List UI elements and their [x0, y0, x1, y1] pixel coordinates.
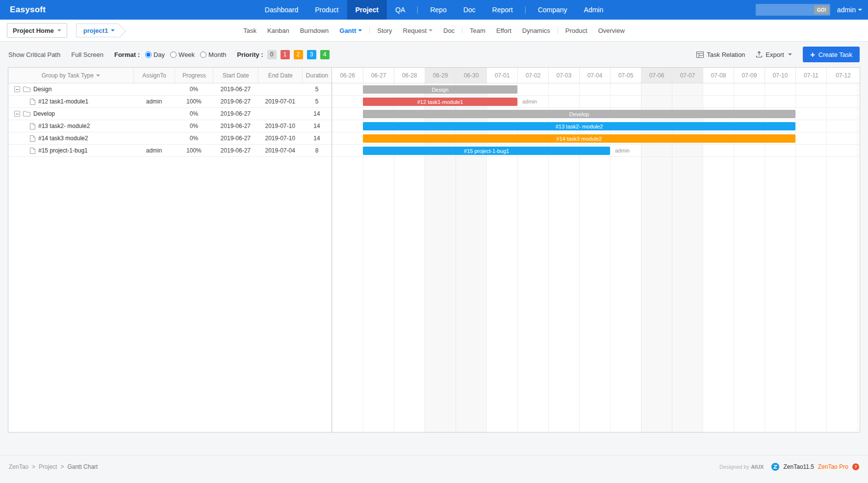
tab-doc[interactable]: Doc: [438, 20, 460, 41]
gantt-bar-assignee: admin: [522, 96, 537, 108]
format-group: Format : Day Week Month: [114, 51, 226, 58]
format-day-label: Day: [153, 51, 165, 58]
tab-story[interactable]: Story: [372, 20, 397, 41]
timeline-date: 07-02: [517, 68, 548, 83]
footer-link-project[interactable]: Project: [39, 463, 57, 470]
task-name: #12 task1-module1: [38, 98, 88, 105]
gantt-bar-develop[interactable]: Develop: [363, 110, 795, 118]
format-week-option[interactable]: Week: [170, 51, 195, 58]
end-date-cell: 2019-07-10: [258, 132, 302, 144]
nav-repo[interactable]: Repo: [422, 0, 455, 20]
priority-4-badge[interactable]: 4: [320, 50, 330, 59]
nav-report[interactable]: Report: [484, 0, 521, 20]
collapse-icon[interactable]: [14, 86, 20, 92]
tab-product[interactable]: Product: [560, 20, 593, 41]
priority-2-badge[interactable]: 2: [294, 50, 303, 59]
main-menu: Dashboard Product Project QA Repo Doc Re…: [256, 0, 612, 20]
format-day-option[interactable]: Day: [145, 51, 165, 58]
priority-label: Priority :: [237, 51, 263, 58]
format-day-radio[interactable]: [145, 51, 152, 58]
gantt-bar-label: #13 task2- module2: [556, 124, 603, 129]
plus-icon: +: [810, 51, 815, 59]
footer-link-zentao[interactable]: ZenTao: [9, 463, 28, 470]
tab-overview[interactable]: Overview: [593, 20, 630, 41]
column-group-by[interactable]: Group by Task Type: [8, 68, 133, 83]
assignto-cell: [133, 132, 175, 144]
table-row-design[interactable]: Design 0% 2019-06-27 5: [8, 83, 332, 96]
format-week-radio[interactable]: [170, 51, 177, 58]
tab-gantt[interactable]: Gantt: [334, 20, 367, 41]
brand-logo[interactable]: Easysoft: [0, 5, 55, 15]
export-icon: [756, 51, 763, 58]
tab-divider: [558, 27, 558, 34]
duration-cell: 5: [302, 96, 332, 107]
search-go-button[interactable]: GO!: [814, 5, 829, 14]
tab-request[interactable]: Request: [398, 20, 438, 41]
timeline-date: 07-12: [826, 68, 860, 83]
gantt-bar-task12[interactable]: #12 task1-module1: [363, 98, 517, 106]
progress-cell: 0%: [175, 120, 213, 132]
create-task-button[interactable]: + Create Task: [803, 47, 860, 62]
start-date-cell: 2019-06-27: [213, 120, 258, 132]
table-row-task13[interactable]: #13 task2- module2 0% 2019-06-27 2019-07…: [8, 120, 332, 132]
task-name-cell: #14 task3 module2: [8, 132, 133, 144]
tab-kanban[interactable]: Kanban: [262, 20, 295, 41]
project-home-button[interactable]: Project Home: [7, 23, 67, 38]
nav-product[interactable]: Product: [306, 0, 347, 20]
task-name-cell: Develop: [8, 108, 133, 120]
gantt-bar-task14[interactable]: #14 task3 module2: [363, 134, 795, 143]
gantt-bar-task13[interactable]: #13 task2- module2: [363, 122, 795, 130]
nav-project[interactable]: Project: [347, 0, 387, 20]
nav-qa[interactable]: QA: [387, 0, 413, 20]
collapse-icon[interactable]: [14, 111, 20, 117]
file-icon: [30, 123, 35, 129]
footer-current-page: Gantt Chart: [67, 463, 98, 470]
tab-effort[interactable]: Effort: [491, 20, 517, 41]
tab-dynamics[interactable]: Dynamics: [517, 20, 556, 41]
help-icon[interactable]: ?: [852, 463, 859, 470]
chevron-down-icon: [96, 75, 100, 76]
format-month-label: Month: [208, 51, 226, 58]
full-screen-link[interactable]: Full Screen: [71, 51, 103, 58]
chevron-down-icon: [429, 29, 433, 31]
gantt-row-task13: #13 task2- module2: [332, 120, 860, 132]
task-relation-button[interactable]: Task Relation: [696, 51, 745, 58]
export-button[interactable]: Export: [756, 51, 792, 58]
zentao-logo-icon[interactable]: [771, 463, 779, 471]
task-name: #14 task3 module2: [38, 135, 88, 142]
toolbar-left: Show Critical Path Full Screen Format : …: [8, 50, 330, 59]
column-progress: Progress: [175, 68, 213, 83]
nav-admin[interactable]: Admin: [576, 0, 612, 20]
assignto-cell: [133, 83, 175, 95]
gantt-bar-task15[interactable]: #15 project-1-bug1: [363, 147, 610, 155]
priority-3-badge[interactable]: 3: [307, 50, 316, 59]
zentao-pro-link[interactable]: ZenTao Pro: [818, 463, 848, 470]
user-menu[interactable]: admin: [837, 6, 862, 14]
table-row-task12[interactable]: #12 task1-module1 admin 100% 2019-06-27 …: [8, 96, 332, 108]
file-icon: [30, 148, 35, 154]
show-critical-path-link[interactable]: Show Critical Path: [8, 51, 60, 58]
nav-dashboard[interactable]: Dashboard: [256, 0, 307, 20]
format-month-radio[interactable]: [200, 51, 206, 58]
priority-0-badge[interactable]: 0: [267, 50, 277, 59]
format-month-option[interactable]: Month: [200, 51, 226, 58]
tab-team[interactable]: Team: [464, 20, 491, 41]
top-navbar: Easysoft Dashboard Product Project QA Re…: [0, 0, 868, 20]
gantt-bar-label: #12 task1-module1: [417, 99, 463, 105]
table-header: Group by Task Type AssignTo Progress Sta…: [8, 68, 332, 83]
tab-burndown[interactable]: Burndown: [295, 20, 334, 41]
project-switcher[interactable]: project1: [76, 24, 119, 37]
priority-1-badge[interactable]: 1: [281, 50, 290, 59]
gantt-bar-design[interactable]: Design: [363, 85, 517, 94]
timeline-header: 06-26 06-27 06-28 06-29 06-30 07-01 07-0…: [332, 68, 860, 83]
footer-right: Designed by AIUX ZenTao11.5 ZenTao Pro ?: [719, 463, 859, 471]
nav-doc[interactable]: Doc: [455, 0, 484, 20]
table-row-task14[interactable]: #14 task3 module2 0% 2019-06-27 2019-07-…: [8, 132, 332, 145]
table-row-task15[interactable]: #15 project-1-bug1 admin 100% 2019-06-27…: [8, 145, 332, 157]
project-tabs: Task Kanban Burndown Gantt Story Request…: [238, 20, 630, 41]
tab-task[interactable]: Task: [238, 20, 262, 41]
table-row-develop[interactable]: Develop 0% 2019-06-27 14: [8, 108, 332, 120]
gantt-bar-label: Design: [432, 87, 448, 93]
search-box: GO!: [756, 4, 830, 16]
nav-company[interactable]: Company: [530, 0, 576, 20]
